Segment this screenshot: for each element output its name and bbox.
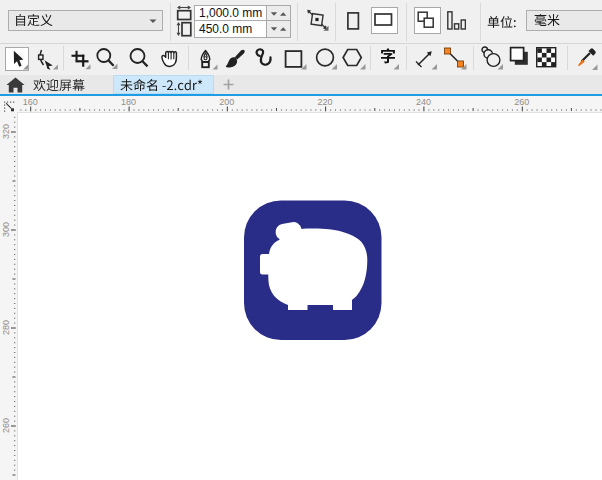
svg-text:260: 260 bbox=[1, 418, 11, 433]
svg-text:300: 300 bbox=[1, 222, 11, 237]
svg-text:280: 280 bbox=[1, 320, 11, 335]
svg-text:260: 260 bbox=[514, 97, 529, 107]
svg-text:160: 160 bbox=[23, 97, 38, 107]
svg-text:240: 240 bbox=[416, 97, 431, 107]
svg-text:200: 200 bbox=[219, 97, 234, 107]
svg-text:320: 320 bbox=[1, 124, 11, 139]
svg-text:220: 220 bbox=[318, 97, 333, 107]
svg-text:180: 180 bbox=[121, 97, 136, 107]
